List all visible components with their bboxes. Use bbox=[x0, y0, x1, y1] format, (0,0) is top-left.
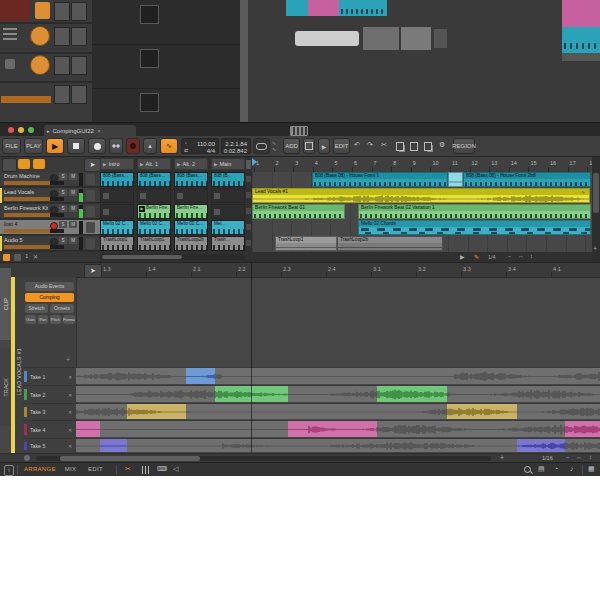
arranger-clip[interactable]: Mello 02 Chords bbox=[358, 220, 591, 235]
tab-clip[interactable]: CLIP bbox=[0, 268, 11, 340]
panel-button-comping[interactable]: Comping bbox=[25, 293, 74, 302]
notes-panel-icon[interactable]: ▤ bbox=[538, 465, 545, 473]
redo-icon[interactable]: ↷ bbox=[367, 141, 373, 148]
metronome-button[interactable]: ▲ bbox=[143, 138, 157, 154]
snap-value-label[interactable]: 1/16 bbox=[542, 455, 553, 461]
take-highlight-region[interactable] bbox=[76, 421, 100, 437]
file-menu-button[interactable]: FILE bbox=[2, 138, 21, 154]
view-tab-mix[interactable]: MIX bbox=[65, 466, 77, 472]
scene-header-2[interactable]: ▶Alt. 1 bbox=[137, 158, 171, 170]
keyboard-icon[interactable]: ⌨ bbox=[157, 465, 167, 473]
track-stop-button[interactable] bbox=[86, 206, 95, 217]
arranger-scrollbar[interactable]: + bbox=[592, 157, 600, 263]
take-lane-5[interactable] bbox=[76, 438, 600, 452]
take-highlight-region[interactable] bbox=[186, 368, 215, 384]
take-highlight-region[interactable] bbox=[377, 386, 447, 402]
clip-slot-empty[interactable] bbox=[174, 188, 208, 203]
stop-column-button[interactable] bbox=[246, 208, 251, 214]
launcher-clip[interactable]: Trash… bbox=[211, 236, 245, 251]
view-tab-arrange[interactable]: ARRANGE bbox=[24, 466, 56, 472]
automation-toggle-button[interactable] bbox=[33, 159, 45, 169]
stop-column-header-icon[interactable] bbox=[246, 160, 251, 169]
pointer-tool-button[interactable]: ➤ bbox=[84, 158, 101, 172]
arranger-clip[interactable]: TrashLoop2b bbox=[337, 236, 443, 251]
arranger-ruler[interactable]: 123456789101112131415161718 bbox=[252, 157, 592, 173]
clear-icon[interactable]: ✕ bbox=[33, 253, 38, 260]
arranger-clip[interactable] bbox=[448, 172, 463, 187]
solo-button[interactable]: S bbox=[59, 173, 67, 180]
window-minimize-button[interactable] bbox=[18, 127, 24, 133]
solo-button[interactable]: S bbox=[59, 221, 67, 228]
edit-menu-button[interactable]: EDIT bbox=[333, 138, 350, 154]
track-stop-button[interactable] bbox=[86, 222, 95, 233]
play-menu-button[interactable]: PLAY bbox=[24, 138, 43, 154]
take-highlight-region[interactable] bbox=[127, 404, 186, 419]
fader-icon[interactable] bbox=[142, 466, 150, 474]
scrollbar-thumb[interactable] bbox=[593, 173, 599, 213]
add-track-button[interactable]: ADD bbox=[283, 138, 300, 154]
arranger-zoom-label[interactable]: 1/4 bbox=[488, 254, 496, 260]
take-delete-button[interactable]: ✕ bbox=[68, 427, 72, 433]
take-lane-4[interactable] bbox=[76, 420, 600, 437]
launcher-scrollbar[interactable] bbox=[100, 254, 245, 260]
lane-options-icon[interactable] bbox=[24, 455, 30, 461]
mute-button[interactable]: M bbox=[69, 189, 77, 196]
clip-slot-empty[interactable] bbox=[100, 188, 134, 203]
clip-slot-empty[interactable] bbox=[100, 204, 134, 219]
take-highlight-region[interactable] bbox=[447, 404, 517, 419]
scene-header-1[interactable]: ▶Intro bbox=[100, 158, 134, 170]
clip-slot-empty[interactable] bbox=[137, 188, 171, 203]
cut-tool-icon[interactable]: ✂ bbox=[125, 465, 131, 473]
scene-play-icon[interactable]: ▶ bbox=[214, 162, 217, 167]
region-button[interactable]: REGION bbox=[453, 138, 475, 154]
overdub-button[interactable] bbox=[126, 138, 140, 154]
zoom-v-icon[interactable]: ↕ bbox=[589, 454, 592, 460]
tempo-display[interactable]: ◔ ⇄ 110.00 4/4 bbox=[181, 138, 219, 154]
launcher-clip[interactable]: ▶Berlin Fire… bbox=[137, 204, 171, 219]
add-track-icon[interactable] bbox=[3, 254, 10, 261]
take-delete-button[interactable]: ✕ bbox=[68, 392, 72, 398]
scene-play-icon[interactable]: ▶ bbox=[103, 162, 106, 167]
panel-button-audio-events[interactable]: Audio Events bbox=[25, 282, 74, 291]
stop-column-button[interactable] bbox=[246, 240, 251, 246]
scene-play-icon[interactable]: ▶ bbox=[140, 162, 143, 167]
position-display[interactable]: 2.2.1.84 0:02.842 bbox=[221, 138, 251, 154]
zoom-h-icon[interactable]: ↔ bbox=[576, 454, 582, 460]
scene-header-3[interactable]: ▶Alt. 2 bbox=[174, 158, 208, 170]
volume-fader[interactable] bbox=[4, 229, 64, 233]
launcher-clip[interactable]: TrashLoop1 bbox=[137, 236, 171, 251]
solo-button[interactable]: S bbox=[59, 205, 67, 212]
zoom-minus-icon[interactable]: − bbox=[508, 253, 512, 259]
take-highlight-region[interactable] bbox=[517, 439, 565, 452]
track-header-inst-4[interactable]: Inst 4SM bbox=[0, 220, 100, 235]
track-header-audio-5[interactable]: Audio 5SM bbox=[0, 236, 100, 251]
launcher-clip[interactable]: Mel… bbox=[211, 220, 245, 235]
scrollbar-thumb[interactable] bbox=[60, 456, 200, 461]
zoom-h-icon[interactable]: ↔ bbox=[518, 253, 524, 259]
lane-add-button[interactable]: + bbox=[66, 356, 70, 363]
info-button[interactable]: i bbox=[4, 465, 14, 476]
panel-button-onsets[interactable]: Onsets bbox=[50, 304, 74, 313]
track-stop-button[interactable] bbox=[86, 238, 95, 249]
arranger-clip[interactable]: 808 (Bass 08) - House Forni 1 bbox=[312, 172, 448, 187]
panel-button-pitch[interactable]: Pitch bbox=[50, 315, 61, 324]
arranger-clip[interactable]: 808 (Bass 08) - House Forni 2b8 bbox=[463, 172, 591, 187]
stop-column-button[interactable] bbox=[246, 224, 251, 230]
undo-icon[interactable]: ↶ bbox=[354, 141, 360, 148]
take-highlight-region[interactable] bbox=[565, 421, 600, 437]
mute-button[interactable]: M bbox=[69, 173, 77, 180]
pencil-icon[interactable]: ✎ bbox=[474, 253, 479, 260]
duplicate-icon[interactable] bbox=[424, 142, 432, 151]
solo-button[interactable]: S bbox=[59, 189, 67, 196]
browser-icon[interactable]: ♪ bbox=[570, 465, 574, 472]
play-button[interactable]: ▶ bbox=[46, 138, 64, 154]
panel-button-stretch[interactable]: Stretch bbox=[25, 304, 48, 313]
settings-gear-icon[interactable]: ⚙ bbox=[439, 141, 445, 148]
launcher-toggle-button[interactable] bbox=[18, 159, 30, 169]
punch-out-icon[interactable]: ∿ bbox=[272, 146, 276, 152]
take-lane-3[interactable] bbox=[76, 403, 600, 419]
track-io-button[interactable] bbox=[2, 158, 17, 172]
follow-playhead-button[interactable]: ▶ bbox=[318, 138, 330, 154]
stop-column-button[interactable] bbox=[246, 176, 251, 182]
track-header-drum-machine[interactable]: Drum MachineSM bbox=[0, 172, 100, 187]
